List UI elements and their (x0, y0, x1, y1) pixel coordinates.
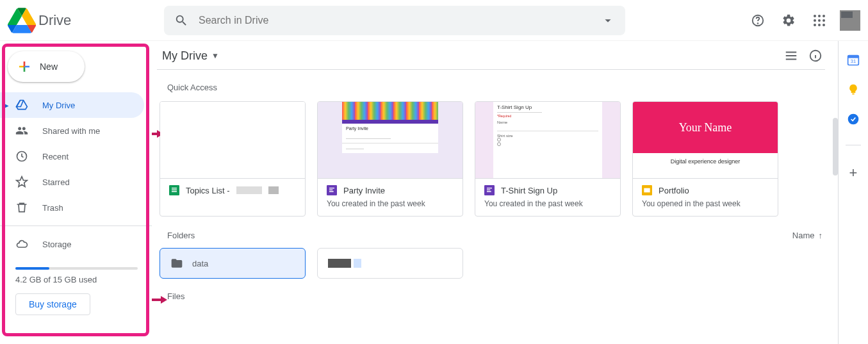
caret-right-icon: ▶ (4, 102, 9, 109)
thumbnail: Party Invite―――――――――――――― (318, 102, 463, 179)
search-bar[interactable] (164, 6, 625, 35)
path-bar: My Drive ▼ (157, 49, 825, 70)
calendar-icon[interactable]: 31 (847, 54, 860, 67)
sidebar-item-storage[interactable]: Storage (0, 231, 144, 257)
app-name: Drive (38, 12, 71, 29)
header-actions (745, 8, 860, 33)
help-icon[interactable] (745, 8, 771, 33)
svg-rect-19 (848, 56, 859, 58)
thumb-title: T-Shirt Sign Up (497, 104, 598, 110)
account-avatar[interactable] (840, 10, 860, 31)
tasks-icon[interactable] (847, 113, 860, 126)
file-title: Party Invite (343, 186, 385, 195)
thumbnail (160, 102, 305, 179)
file-subtitle: You created in the past week (484, 199, 611, 208)
sidebar-item-label: Storage (42, 240, 72, 249)
trash-icon (15, 201, 28, 214)
folders-row: data (157, 248, 825, 279)
svg-point-2 (814, 15, 816, 17)
search-options-icon[interactable] (601, 13, 615, 28)
arrow-up-icon: ↑ (819, 231, 823, 240)
file-subtitle: You opened in the past week (642, 199, 769, 208)
quick-access-row: Topics List - Party Invite―――――――――――――― (157, 101, 825, 217)
header: Drive (0, 0, 868, 41)
svg-point-10 (823, 24, 825, 26)
forms-icon (327, 185, 337, 195)
side-panel: 31 + (839, 41, 868, 344)
info-icon[interactable] (808, 49, 823, 63)
list-view-icon[interactable] (784, 49, 798, 63)
sidebar-item-shared[interactable]: Shared with me (0, 118, 144, 143)
sidebar-item-starred[interactable]: Starred (0, 169, 144, 195)
folder-name: data (192, 259, 208, 268)
thumbnail: Your Name Digital experience designer (633, 102, 778, 179)
thumb-name: Your Name (633, 102, 778, 153)
sidebar-item-label: Recent (42, 152, 69, 161)
sidebar: New ▶ My Drive Shared with me Recent Sta… (0, 41, 152, 344)
logo-area[interactable]: Drive (8, 8, 164, 33)
quick-access-heading: Quick Access (167, 83, 825, 92)
file-title: T-Shirt Sign Up (501, 186, 557, 195)
plus-icon (17, 59, 32, 74)
keep-icon[interactable] (847, 83, 860, 96)
new-label: New (40, 61, 58, 72)
folder-card[interactable]: data (160, 248, 306, 279)
sidebar-item-label: Starred (42, 177, 70, 187)
forms-icon (484, 185, 495, 195)
svg-point-1 (758, 23, 758, 24)
file-subtitle: You created in the past week (327, 199, 454, 208)
breadcrumb[interactable]: My Drive ▼ (157, 49, 219, 63)
sort-button[interactable]: Name ↑ (792, 231, 823, 240)
redacted (328, 259, 351, 268)
thumb-title: Party Invite (342, 124, 438, 133)
search-icon (174, 13, 188, 28)
storage-usage-text: 4.2 GB of 15 GB used (15, 275, 138, 284)
annotation-arrow-icon (152, 294, 167, 306)
new-button[interactable]: New (8, 51, 85, 82)
sidebar-item-recent[interactable]: Recent (0, 143, 144, 169)
quick-access-card[interactable]: T-Shirt Sign Up――――――――――――――*RequiredNa… (475, 101, 621, 217)
storage-meter: 4.2 GB of 15 GB used Buy storage (0, 257, 152, 315)
sidebar-item-label: Trash (42, 203, 63, 213)
svg-point-7 (823, 19, 825, 22)
svg-point-5 (814, 19, 816, 22)
sidebar-item-label: Shared with me (42, 126, 100, 136)
svg-point-8 (814, 24, 816, 26)
thumbnail: T-Shirt Sign Up――――――――――――――*RequiredNa… (475, 102, 620, 179)
apps-icon[interactable] (807, 8, 832, 33)
divider (846, 145, 861, 145)
cloud-icon (15, 238, 28, 250)
quick-access-card[interactable]: Party Invite―――――――――――――― Party Invite … (317, 101, 463, 217)
svg-point-21 (848, 114, 859, 125)
files-heading: Files (167, 291, 825, 301)
drive-logo-icon (8, 8, 36, 33)
search-input[interactable] (199, 15, 601, 26)
svg-rect-17 (644, 188, 650, 193)
sidebar-item-my-drive[interactable]: ▶ My Drive (0, 92, 144, 118)
svg-point-6 (818, 19, 821, 22)
quick-access-card[interactable]: Your Name Digital experience designer Po… (632, 101, 778, 217)
sort-label: Name (792, 231, 815, 240)
svg-point-3 (818, 15, 821, 17)
chevron-down-icon: ▼ (211, 51, 219, 60)
file-title: Portfolio (659, 186, 689, 195)
clock-icon (15, 150, 28, 163)
buy-storage-button[interactable]: Buy storage (15, 293, 90, 315)
sidebar-item-label: My Drive (42, 101, 75, 110)
redacted (268, 186, 279, 194)
people-icon (15, 124, 28, 137)
main-content: My Drive ▼ Quick Access Topics List - (152, 41, 839, 344)
settings-icon[interactable] (776, 8, 801, 33)
folder-icon (170, 257, 183, 270)
quick-access-card[interactable]: Topics List - (160, 101, 306, 217)
breadcrumb-label: My Drive (162, 49, 208, 63)
scrollbar[interactable] (833, 118, 838, 176)
folder-card[interactable] (317, 248, 463, 279)
svg-point-4 (823, 15, 825, 17)
sheets-icon (169, 185, 179, 195)
add-icon[interactable]: + (849, 165, 858, 181)
svg-text:31: 31 (851, 58, 856, 64)
file-title: Topics List - (186, 186, 230, 195)
sidebar-item-trash[interactable]: Trash (0, 195, 144, 220)
star-icon (15, 176, 28, 188)
